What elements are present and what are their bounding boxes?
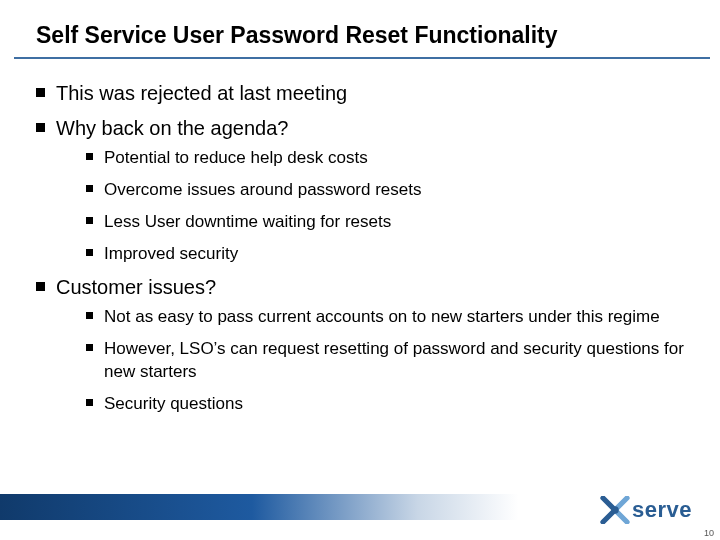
bullet-text: Not as easy to pass current accounts on … xyxy=(104,307,660,326)
bullet-text: Overcome issues around password resets xyxy=(104,180,421,199)
bullet-text: Security questions xyxy=(104,394,243,413)
bullet-list-level1: This was rejected at last meeting Why ba… xyxy=(34,81,686,415)
bullet-text: However, LSO’s can request resetting of … xyxy=(104,339,684,380)
list-item: Why back on the agenda? Potential to red… xyxy=(34,116,686,265)
bullet-text: This was rejected at last meeting xyxy=(56,82,347,104)
slide: Self Service User Password Reset Functio… xyxy=(0,0,720,540)
bullet-text: Less User downtime waiting for resets xyxy=(104,212,391,231)
page-number: 10 xyxy=(704,528,714,538)
brand-logo: serve xyxy=(600,496,692,524)
list-item: Improved security xyxy=(86,243,686,265)
bullet-text: Potential to reduce help desk costs xyxy=(104,148,368,167)
bullet-text: Customer issues? xyxy=(56,276,216,298)
brand-x-icon xyxy=(600,496,630,524)
list-item: Overcome issues around password resets xyxy=(86,179,686,201)
list-item: Customer issues? Not as easy to pass cur… xyxy=(34,275,686,414)
list-item: Security questions xyxy=(86,393,686,415)
bullet-list-level2: Potential to reduce help desk costs Over… xyxy=(56,147,686,265)
brand-wordmark: serve xyxy=(632,497,692,523)
bullet-list-level2: Not as easy to pass current accounts on … xyxy=(56,306,686,414)
list-item: Potential to reduce help desk costs xyxy=(86,147,686,169)
slide-body: This was rejected at last meeting Why ba… xyxy=(0,59,720,415)
list-item: This was rejected at last meeting xyxy=(34,81,686,106)
svg-point-0 xyxy=(611,506,619,514)
bullet-text: Why back on the agenda? xyxy=(56,117,288,139)
list-item: Less User downtime waiting for resets xyxy=(86,211,686,233)
list-item: However, LSO’s can request resetting of … xyxy=(86,338,686,382)
bullet-text: Improved security xyxy=(104,244,238,263)
list-item: Not as easy to pass current accounts on … xyxy=(86,306,686,328)
slide-title: Self Service User Password Reset Functio… xyxy=(0,0,720,57)
